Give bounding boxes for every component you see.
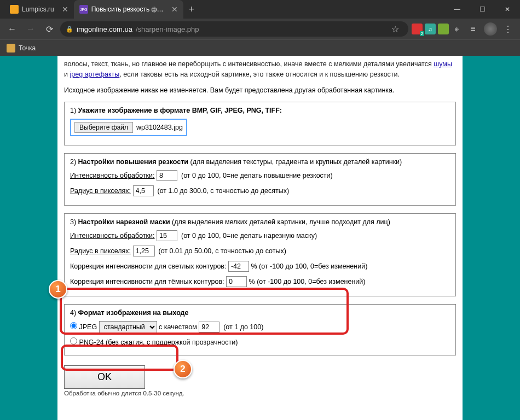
- avatar[interactable]: [484, 22, 497, 36]
- url-field[interactable]: 🔒 imgonline.com.ua/sharpen-image.php ☆: [60, 21, 408, 37]
- section-number: 2): [70, 158, 78, 166]
- intro-fragment: , если таковы есть на исходной картинке,…: [119, 71, 400, 78]
- intro-subtext: Исходное изображение никак не изменяется…: [64, 86, 456, 94]
- tab-lumpics[interactable]: Lumpics.ru ✕: [4, 0, 74, 19]
- folder-icon: [7, 44, 15, 52]
- field-label: Интенсивность обработки:: [70, 232, 155, 240]
- page-viewport: волосы, текст, ткань, но главное не пере…: [0, 56, 520, 420]
- section-file: 1) Укажите изображение в формате BMP, GI…: [64, 102, 456, 145]
- dark-correction-input[interactable]: [226, 276, 247, 287]
- close-icon[interactable]: ✕: [171, 5, 178, 14]
- section-number: 3): [70, 218, 78, 226]
- extension-icon[interactable]: [438, 24, 449, 34]
- favicon-imgonline: JPG: [79, 5, 88, 14]
- processing-hint: Обработка обычно длится 0.5-30 секунд.: [64, 390, 456, 396]
- choose-file-button[interactable]: Выберите файл: [74, 122, 133, 133]
- window-controls: — ☐ ✕: [444, 0, 520, 19]
- tab-title: Lumpics.ru: [22, 5, 54, 13]
- lock-icon: 🔒: [66, 26, 73, 33]
- field-label: Радиус в пикселях:: [70, 187, 131, 195]
- minimize-button[interactable]: —: [444, 0, 470, 19]
- intro-text: волосы, текст, ткань, но главное не пере…: [64, 59, 456, 80]
- field-hint: (от 1.0 до 300.0, с точностью до десятых…: [157, 187, 289, 195]
- mask-intensity-input[interactable]: [157, 230, 177, 241]
- reload-button[interactable]: ⟳: [42, 21, 57, 37]
- extension-icon[interactable]: ♫: [425, 24, 436, 34]
- section-title: Укажите изображение в формате BMP, GIF, …: [78, 107, 282, 114]
- field-label: Коррекция интенсивности для тёмных конту…: [70, 278, 224, 285]
- field-hint: (от 0.01 до 50.00, с точностью до сотых): [158, 247, 286, 255]
- extensions: 2 ♫ ⊕: [412, 24, 462, 34]
- extension-icon[interactable]: 2: [412, 24, 423, 34]
- file-name: wp3102483.jpg: [136, 124, 183, 131]
- section-number: 1): [70, 107, 78, 114]
- field-label: Интенсивность обработки:: [70, 172, 155, 179]
- annotation-badge-2: 2: [174, 360, 192, 378]
- close-icon[interactable]: ✕: [62, 5, 68, 14]
- field-hint: % (от -100 до 100, 0=без изменений): [251, 262, 367, 270]
- bookmark-item[interactable]: Точка: [19, 44, 36, 52]
- url-host: imgonline.com.ua: [77, 25, 132, 33]
- intro-fragment: волосы, текст, ткань, но главное не пере…: [64, 60, 434, 68]
- light-correction-input[interactable]: [228, 261, 249, 272]
- section-title: Настройки повышения резкости: [78, 158, 188, 166]
- link-noise[interactable]: шумы: [434, 60, 452, 68]
- close-button[interactable]: ✕: [495, 0, 520, 19]
- section-unsharp-mask: 3) Настройки нарезной маски (для выделен…: [64, 213, 456, 296]
- field-hint: % (от -100 до 100, 0=без изменений): [249, 278, 366, 285]
- extension-icon[interactable]: ⊕: [451, 24, 462, 34]
- favicon-lumpics: [10, 5, 19, 14]
- mask-radius-input[interactable]: [133, 246, 155, 256]
- url-path: /sharpen-image.php: [136, 25, 199, 33]
- radius-input[interactable]: [133, 185, 154, 196]
- new-tab-button[interactable]: +: [183, 0, 200, 19]
- field-hint: (от 0 до 100, 0=не делать повышение резк…: [181, 172, 333, 179]
- tab-title: Повысить резкость фото и на...: [91, 5, 164, 13]
- menu-icon[interactable]: ≡: [465, 21, 481, 37]
- page-content: волосы, текст, ткань, но главное не пере…: [57, 56, 463, 420]
- field-label: Радиус в пикселях:: [70, 247, 131, 255]
- link-jpeg-artifacts[interactable]: jpeg артефакты: [70, 71, 119, 78]
- intensity-input[interactable]: [157, 170, 177, 181]
- file-picker[interactable]: Выберите файл wp3102483.jpg: [70, 119, 187, 136]
- field-hint: (от 0 до 100, 0=не делать нарезную маску…: [181, 232, 317, 240]
- annotation-highlight-1: [60, 288, 349, 335]
- forward-button[interactable]: →: [23, 21, 38, 37]
- annotation-highlight-2: [61, 345, 178, 371]
- intro-fragment: и: [64, 71, 70, 78]
- tabs-container: Lumpics.ru ✕ JPG Повысить резкость фото …: [0, 0, 200, 19]
- kebab-icon[interactable]: ⋮: [500, 21, 516, 37]
- section-tail: (для выделения текстуры, градиента и кру…: [188, 158, 402, 166]
- section-title: Настройки нарезной маски: [78, 218, 170, 226]
- address-bar: ← → ⟳ 🔒 imgonline.com.ua/sharpen-image.p…: [0, 19, 520, 39]
- titlebar: Lumpics.ru ✕ JPG Повысить резкость фото …: [0, 0, 520, 19]
- section-tail: (для выделения мелких деталей картинки, …: [170, 218, 390, 226]
- format-png-radio[interactable]: [70, 337, 77, 345]
- tab-imgonline[interactable]: JPG Повысить резкость фото и на... ✕: [74, 0, 183, 19]
- bookmarks-bar: Точка: [0, 39, 520, 56]
- maximize-button[interactable]: ☐: [470, 0, 495, 19]
- annotation-badge-1: 1: [49, 280, 67, 299]
- field-label: Коррекция интенсивности для светлых конт…: [70, 262, 226, 270]
- star-icon[interactable]: ☆: [388, 21, 403, 37]
- back-button[interactable]: ←: [4, 21, 20, 37]
- section-sharpen: 2) Настройки повышения резкости (для выд…: [64, 153, 456, 206]
